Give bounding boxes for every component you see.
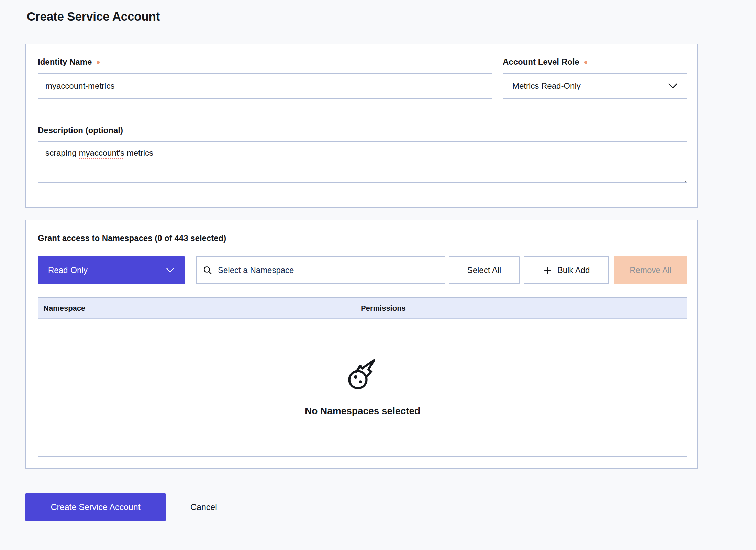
bulk-add-label: Bulk Add xyxy=(557,265,590,275)
plus-icon xyxy=(543,265,553,275)
account-level-role-label: Account Level Role xyxy=(503,57,687,67)
cancel-button[interactable]: Cancel xyxy=(188,502,219,513)
identity-name-label-text: Identity Name xyxy=(38,57,92,67)
remove-all-label: Remove All xyxy=(630,265,671,275)
required-dot-icon xyxy=(97,61,100,64)
role-filter-dropdown[interactable]: Read-Only xyxy=(38,256,185,284)
identity-name-field-group: Identity Name xyxy=(38,57,492,99)
description-field-group: Description (optional) scraping myaccoun… xyxy=(38,125,687,183)
create-service-account-page: Create Service Account Identity Name Acc… xyxy=(0,10,756,521)
namespace-table-header: Namespace Permissions xyxy=(38,298,687,319)
role-filter-value: Read-Only xyxy=(48,265,88,275)
namespace-table: Namespace Permissions No Namespaces sele… xyxy=(38,297,687,457)
form-actions: Create Service Account Cancel xyxy=(25,493,756,521)
column-header-permissions: Permissions xyxy=(361,304,687,313)
comet-icon xyxy=(346,358,379,392)
description-text: scraping xyxy=(45,148,79,157)
description-text: metrics xyxy=(124,148,153,157)
create-service-account-button[interactable]: Create Service Account xyxy=(25,493,166,521)
description-label: Description (optional) xyxy=(38,125,687,135)
identity-name-label: Identity Name xyxy=(38,57,492,67)
namespace-access-heading: Grant access to Namespaces (0 of 443 sel… xyxy=(38,233,687,244)
namespace-toolbar: Read-Only Select All Bulk Add xyxy=(38,256,687,284)
empty-state-message: No Namespaces selected xyxy=(305,406,420,417)
remove-all-button[interactable]: Remove All xyxy=(614,256,687,284)
description-label-text: Description (optional) xyxy=(38,125,123,135)
service-account-details-card: Identity Name Account Level Role Metrics… xyxy=(25,44,698,208)
identity-name-input[interactable] xyxy=(38,73,492,99)
account-level-role-label-text: Account Level Role xyxy=(503,57,579,67)
description-textarea[interactable]: scraping myaccount's metrics xyxy=(38,141,687,183)
namespace-table-empty-state: No Namespaces selected xyxy=(38,319,687,456)
account-level-role-value: Metrics Read-Only xyxy=(512,81,581,91)
bulk-add-button[interactable]: Bulk Add xyxy=(524,256,609,284)
required-dot-icon xyxy=(584,61,587,64)
select-all-button[interactable]: Select All xyxy=(449,256,520,284)
chevron-down-icon xyxy=(668,83,678,89)
chevron-down-icon xyxy=(166,267,175,273)
namespace-access-card: Grant access to Namespaces (0 of 443 sel… xyxy=(25,220,698,469)
description-text-misspelled: myaccount's xyxy=(79,148,124,157)
namespace-search-box[interactable] xyxy=(196,256,445,284)
select-all-label: Select All xyxy=(467,265,501,275)
search-icon xyxy=(203,265,212,275)
column-header-namespace: Namespace xyxy=(38,304,361,313)
account-level-role-field-group: Account Level Role Metrics Read-Only xyxy=(503,57,687,99)
page-title: Create Service Account xyxy=(27,10,756,23)
account-level-role-select[interactable]: Metrics Read-Only xyxy=(503,73,687,99)
namespace-search-input[interactable] xyxy=(217,265,438,275)
